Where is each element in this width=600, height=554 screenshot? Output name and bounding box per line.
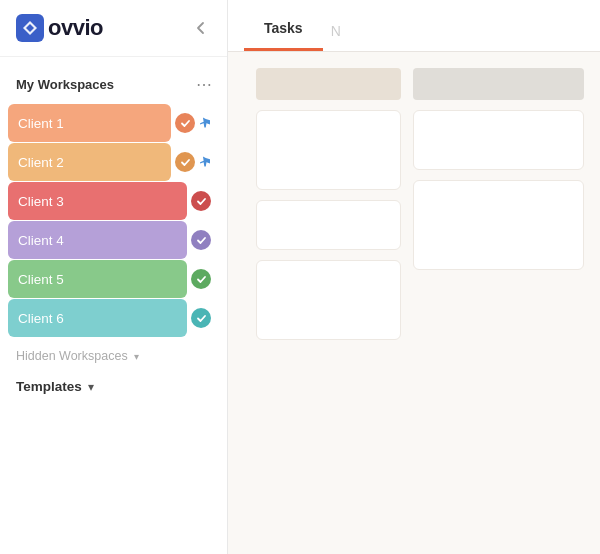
workspace-actions	[175, 152, 211, 172]
sidebar-item-client-3[interactable]: Client 3	[8, 182, 219, 220]
workspace-actions	[191, 230, 211, 250]
board-column-2	[413, 68, 584, 538]
workspace-check-icon	[175, 113, 195, 133]
main-content: Tasks N	[228, 0, 600, 554]
pin-icon	[193, 112, 215, 134]
workspace-actions	[175, 113, 211, 133]
workspace-check-icon	[191, 308, 211, 328]
board-area	[228, 52, 600, 554]
board-card[interactable]	[256, 260, 401, 340]
sidebar-item-client-2[interactable]: Client 2	[8, 143, 219, 181]
ovvio-logo-icon	[16, 14, 44, 42]
chevron-left-icon	[193, 20, 209, 36]
workspace-label: Client 3	[8, 182, 187, 220]
workspace-check-icon	[191, 269, 211, 289]
my-workspaces-header: My Workspaces ⋯	[0, 69, 227, 103]
logo-area: ovvio	[0, 0, 227, 57]
my-workspaces-title: My Workspaces	[16, 77, 114, 92]
board-card[interactable]	[256, 200, 401, 250]
workspace-actions	[191, 269, 211, 289]
hidden-workspaces-toggle[interactable]: Hidden Workspaces ▾	[0, 341, 227, 371]
workspace-actions	[191, 308, 211, 328]
board-card[interactable]	[413, 180, 584, 270]
workspace-check-icon	[191, 230, 211, 250]
sidebar-item-client-1[interactable]: Client 1	[8, 104, 219, 142]
board-card[interactable]	[413, 110, 584, 170]
column-header	[256, 68, 401, 100]
workspace-label: Client 4	[8, 221, 187, 259]
templates-label: Templates	[16, 379, 82, 394]
workspace-label: Client 2	[8, 143, 171, 181]
templates-section[interactable]: Templates ▾	[0, 371, 227, 402]
hidden-workspaces-chevron-icon: ▾	[134, 351, 139, 362]
column-header	[413, 68, 584, 100]
sidebar-item-client-5[interactable]: Client 5	[8, 260, 219, 298]
workspace-check-icon	[175, 152, 195, 172]
workspace-actions	[191, 191, 211, 211]
workspace-label: Client 1	[8, 104, 171, 142]
sidebar-content: My Workspaces ⋯ Client 1Client 2Client 3…	[0, 57, 227, 554]
tab-notes-partial[interactable]: N	[323, 9, 349, 51]
board-column-1	[256, 68, 401, 538]
workspace-check-icon	[191, 191, 211, 211]
sidebar-item-client-4[interactable]: Client 4	[8, 221, 219, 259]
workspace-label: Client 5	[8, 260, 187, 298]
logo-text: ovvio	[48, 15, 103, 41]
workspace-menu-button[interactable]: ⋯	[193, 73, 215, 95]
hidden-workspaces-label: Hidden Workspaces	[16, 349, 128, 363]
board-card[interactable]	[256, 110, 401, 190]
workspace-label: Client 6	[8, 299, 187, 337]
logo: ovvio	[16, 14, 103, 42]
sidebar-item-client-6[interactable]: Client 6	[8, 299, 219, 337]
tabs-bar: Tasks N	[228, 0, 600, 52]
collapse-sidebar-button[interactable]	[187, 14, 215, 42]
tab-tasks[interactable]: Tasks	[244, 6, 323, 51]
workspace-list: Client 1Client 2Client 3Client 4Client 5…	[0, 104, 227, 337]
sidebar: ovvio My Workspaces ⋯ Client 1Client 2Cl…	[0, 0, 228, 554]
pin-icon	[193, 151, 215, 173]
templates-chevron-icon: ▾	[88, 380, 94, 394]
